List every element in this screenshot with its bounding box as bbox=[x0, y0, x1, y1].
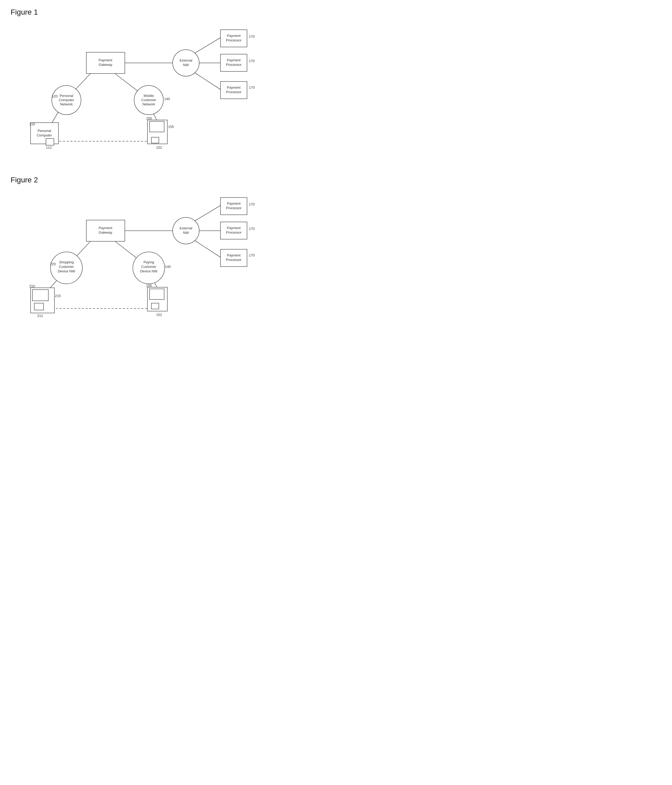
svg-text:Network: Network bbox=[143, 102, 155, 106]
f2-ref-140: 140 bbox=[165, 265, 171, 269]
ref-110: 110 bbox=[29, 122, 35, 126]
f2-shopping-nw-label1: Shopping bbox=[59, 260, 74, 264]
f2-ref-215: 215 bbox=[55, 294, 61, 298]
f2-pp2-label2: Processor bbox=[226, 230, 242, 235]
pp2-label-2: Processor bbox=[226, 63, 242, 67]
ref-155: 155 bbox=[168, 125, 174, 129]
f2-mobile-device-screen bbox=[150, 289, 164, 299]
f2-shopping-nw-label3: Device NW bbox=[58, 269, 75, 273]
f2-pp1-ref: 170 bbox=[249, 202, 255, 206]
f2-mobile-port-box bbox=[151, 303, 159, 309]
svg-text:Computer: Computer bbox=[37, 133, 52, 137]
f2-paying-nw-label3: Device NW bbox=[140, 269, 158, 273]
ref-152: 152 bbox=[156, 145, 162, 149]
f2-shopping-nw-label2: Customer bbox=[59, 265, 74, 269]
ref-150: 150 bbox=[146, 116, 152, 120]
svg-text:NW: NW bbox=[183, 63, 189, 67]
svg-text:Network: Network bbox=[60, 102, 73, 106]
figure2-title: Figure 2 bbox=[11, 176, 255, 184]
mobile-device-screen bbox=[150, 121, 164, 132]
figure1-title: Figure 1 bbox=[11, 8, 255, 16]
figure2-container: 130 160 Payment Gateway External NW Shop… bbox=[11, 189, 260, 328]
pc-network-label: Personal bbox=[60, 94, 73, 98]
pp3-label-2: Processor bbox=[226, 90, 242, 94]
f2-external-nw-label1: External bbox=[180, 226, 192, 230]
pp2-ref: 170 bbox=[249, 59, 255, 63]
f2-pp3-label1: Payment bbox=[227, 253, 241, 257]
f2-pp1-label1: Payment bbox=[227, 202, 241, 205]
f2-shopping-device-screen bbox=[32, 289, 49, 301]
svg-line-17 bbox=[194, 205, 221, 221]
pp1-label-2: Processor bbox=[226, 38, 242, 42]
f2-pp2-label1: Payment bbox=[227, 226, 241, 230]
f2-pp3-label2: Processor bbox=[226, 258, 242, 262]
f2-paying-nw-label1: Paying bbox=[143, 260, 154, 264]
mobile-port-box bbox=[151, 137, 159, 143]
f2-external-nw-label2: NW bbox=[183, 231, 189, 235]
pp3-ref: 170 bbox=[249, 86, 255, 89]
ref-140: 140 bbox=[164, 97, 170, 101]
external-nw-label: External bbox=[180, 58, 192, 63]
svg-line-3 bbox=[194, 72, 221, 89]
ref-112: 112 bbox=[46, 145, 52, 149]
svg-line-5 bbox=[111, 71, 141, 94]
svg-text:Computer: Computer bbox=[59, 98, 74, 102]
pp1-label-1: Payment bbox=[227, 34, 241, 38]
f2-pp3-ref: 170 bbox=[249, 253, 255, 257]
f2-ref-220: 220 bbox=[50, 262, 56, 266]
svg-line-1 bbox=[194, 38, 221, 54]
f2-ref-210: 210 bbox=[29, 284, 35, 288]
f2-ref-212: 212 bbox=[37, 314, 43, 318]
f2-ref-152: 152 bbox=[156, 313, 162, 317]
mobile-network-label: Mobile bbox=[144, 94, 154, 98]
pp1-ref: 170 bbox=[249, 34, 255, 39]
svg-line-19 bbox=[194, 240, 221, 257]
f2-ref-150: 150 bbox=[146, 283, 152, 288]
f2-payment-gateway-label2: Gateway bbox=[99, 230, 112, 235]
ref-120: 120 bbox=[52, 94, 58, 98]
f2-shopping-device-keyboard bbox=[34, 303, 44, 310]
svg-text:Customer: Customer bbox=[141, 98, 157, 102]
figure1-container: 130 160 Payment Gateway External NW Pers… bbox=[11, 22, 260, 160]
f2-payment-gateway-label1: Payment bbox=[99, 226, 112, 230]
f2-pp1-label2: Processor bbox=[226, 206, 242, 210]
payment-gateway-label: Payment bbox=[99, 58, 112, 62]
pc-port-box bbox=[46, 139, 54, 145]
pp3-label-1: Payment bbox=[227, 86, 241, 89]
pp2-label-1: Payment bbox=[227, 58, 241, 62]
personal-computer-label: Personal bbox=[38, 129, 51, 133]
svg-text:Gateway: Gateway bbox=[99, 63, 112, 67]
f2-pp2-ref: 170 bbox=[249, 227, 255, 231]
f2-paying-nw-label2: Customer bbox=[141, 265, 157, 269]
